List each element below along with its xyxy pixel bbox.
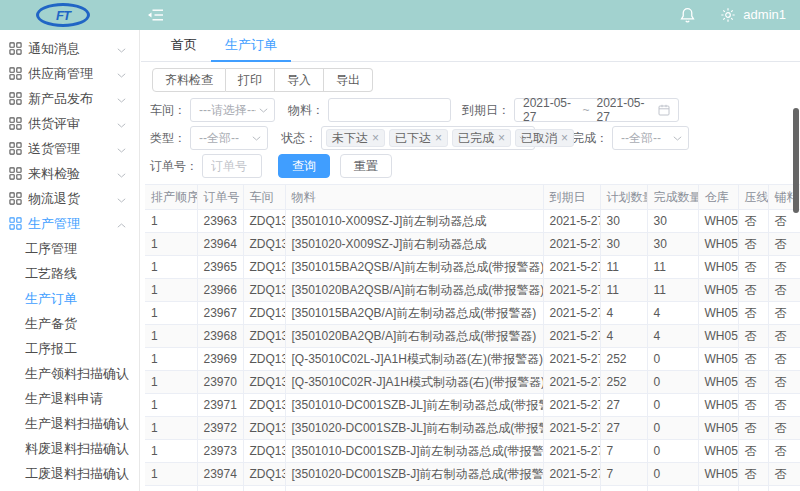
reset-button[interactable]: 重置 bbox=[340, 154, 392, 178]
tab-item[interactable]: 首页 bbox=[157, 30, 211, 61]
sidebar-subitem-label: 生产退料扫描确认 bbox=[25, 416, 129, 431]
table-cell: 2021-5-27 bbox=[543, 256, 600, 279]
sidebar-subitem[interactable]: 生产退料扫描确认 bbox=[0, 411, 139, 436]
production-orders-table: 排产顺序订单号车间物料到期日计划数量完成数量仓库压线铺料 123963ZDQ13… bbox=[145, 184, 800, 491]
table-cell: [Q-35010C02R-J]A1H模式制动器(右)(带报警器) bbox=[285, 371, 543, 394]
sidebar-collapse-icon[interactable] bbox=[147, 8, 164, 25]
sidebar-subitem[interactable]: 工序管理 bbox=[0, 236, 139, 261]
table-cell: WH05 bbox=[698, 302, 738, 325]
sidebar-subitem[interactable]: 生产领料扫描确认 bbox=[0, 361, 139, 386]
material-input[interactable] bbox=[328, 98, 451, 122]
order-no-input[interactable] bbox=[202, 154, 262, 178]
column-header: 车间 bbox=[243, 185, 285, 210]
table-cell: 23963 bbox=[197, 210, 243, 233]
sidebar-subitem[interactable]: 料废退料扫描确认 bbox=[0, 436, 139, 461]
table-cell: WH05 bbox=[698, 417, 738, 440]
table-cell: ZDQ13 bbox=[243, 440, 285, 463]
table-cell: 11 bbox=[647, 279, 698, 302]
table-cell: WH05 bbox=[698, 233, 738, 256]
current-user[interactable]: admin1 bbox=[743, 7, 786, 22]
table-cell: 否 bbox=[768, 325, 800, 348]
tag-remove-icon[interactable]: × bbox=[498, 132, 505, 144]
table-cell: [3501010-DC001SZB-JL]前左制动器总成(带报警器)(老气室) bbox=[285, 394, 543, 417]
tag-remove-icon[interactable]: × bbox=[561, 132, 568, 144]
grid-icon bbox=[9, 42, 22, 55]
table-cell: 0 bbox=[647, 417, 698, 440]
sidebar-subitem[interactable]: 工艺路线 bbox=[0, 261, 139, 286]
column-header: 订单号 bbox=[197, 185, 243, 210]
table-row[interactable]: 123975ZDQ13[3501010-DC001SZQB-J]前左制动器总成(… bbox=[145, 486, 800, 491]
sidebar-item[interactable]: 送货管理 bbox=[0, 136, 139, 161]
table-cell: 2021-5-27 bbox=[543, 233, 600, 256]
import-button[interactable]: 导入 bbox=[275, 68, 324, 92]
search-button[interactable]: 查询 bbox=[278, 154, 330, 178]
table-row[interactable]: 123963ZDQ13[3501010-X009SZ-J]前左制动器总成2021… bbox=[145, 210, 800, 233]
table-row[interactable]: 123964ZDQ13[3501020-X009SZ-J]前右制动器总成2021… bbox=[145, 233, 800, 256]
table-cell: ZDQ13 bbox=[243, 417, 285, 440]
tag-remove-icon[interactable]: × bbox=[372, 132, 379, 144]
export-button[interactable]: 导出 bbox=[324, 68, 373, 92]
table-row[interactable]: 123969ZDQ13[Q-35010C02L-J]A1H模式制动器(左)(带报… bbox=[145, 348, 800, 371]
table-row[interactable]: 123971ZDQ13[3501010-DC001SZB-JL]前左制动器总成(… bbox=[145, 394, 800, 417]
table-row[interactable]: 123965ZDQ13[3501015BA2QSB/A]前左制动器总成(带报警器… bbox=[145, 256, 800, 279]
table-row[interactable]: 123974ZDQ13[3501020-DC001SZB-J]前右制动器总成(带… bbox=[145, 463, 800, 486]
sidebar-subitem[interactable]: 生产订单 bbox=[0, 286, 139, 311]
table-cell: 2021-5-27 bbox=[543, 371, 600, 394]
table-cell: [3501020-DC001SZB-JL]前右制动器总成(带报警器)(老气室) bbox=[285, 417, 543, 440]
table-cell: 否 bbox=[768, 486, 800, 491]
table-cell: 0 bbox=[647, 440, 698, 463]
type-select[interactable]: --全部-- bbox=[190, 126, 268, 150]
sidebar-item[interactable]: 供货评审 bbox=[0, 111, 139, 136]
sidebar-item[interactable]: 新产品发布 bbox=[0, 86, 139, 111]
table-cell: 1 bbox=[145, 302, 197, 325]
notification-bell-icon[interactable] bbox=[680, 7, 695, 26]
print-button[interactable]: 打印 bbox=[226, 68, 275, 92]
sidebar-subitem[interactable]: 生产退料申请 bbox=[0, 386, 139, 411]
filter-row-1: 车间： ---请选择--- 物料： 到期日： 2021-05-27 ~ 2021… bbox=[150, 98, 800, 122]
workshop-select[interactable]: ---请选择--- bbox=[190, 98, 275, 122]
tab-item[interactable]: 生产订单 bbox=[211, 30, 291, 61]
table-cell: 23967 bbox=[197, 302, 243, 325]
table-row[interactable]: 123968ZDQ13[3501020BA2QB/A]前右制动器总成(带报警器)… bbox=[145, 325, 800, 348]
table-cell: 否 bbox=[768, 371, 800, 394]
sidebar-item[interactable]: 通知消息 bbox=[0, 36, 139, 61]
table-cell: ZDQ13 bbox=[243, 486, 285, 491]
sidebar-item[interactable]: 物流退货 bbox=[0, 186, 139, 211]
table-row[interactable]: 123966ZDQ13[3501020BA2QSB/A]前右制动器总成(带报警器… bbox=[145, 279, 800, 302]
type-label: 类型： bbox=[150, 130, 186, 147]
table-cell: 11 bbox=[600, 279, 647, 302]
sidebar-item[interactable]: 来料检验 bbox=[0, 161, 139, 186]
vertical-scrollbar-thumb[interactable] bbox=[793, 108, 799, 213]
table-cell: 10 bbox=[600, 486, 647, 491]
inbound-complete-select[interactable]: --全部-- bbox=[612, 126, 689, 150]
settings-gear-icon[interactable] bbox=[720, 7, 736, 26]
table-cell: 2021-5-27 bbox=[543, 486, 600, 491]
material-check-button[interactable]: 齐料检查 bbox=[152, 68, 226, 92]
chevron-down-icon bbox=[519, 136, 528, 141]
status-multiselect[interactable]: 未下达×已下达×已完成×已取消× bbox=[321, 126, 535, 150]
tag-remove-icon[interactable]: × bbox=[435, 132, 442, 144]
column-header: 物料 bbox=[285, 185, 543, 210]
chevron-down-icon bbox=[117, 141, 126, 156]
grid-icon bbox=[9, 142, 22, 155]
sidebar-subitem[interactable]: 工序报工 bbox=[0, 336, 139, 361]
sidebar-item-label: 物流退货 bbox=[28, 190, 117, 208]
table-row[interactable]: 123972ZDQ13[3501020-DC001SZB-JL]前右制动器总成(… bbox=[145, 417, 800, 440]
table-cell: 2021-5-27 bbox=[543, 440, 600, 463]
sidebar-item[interactable]: 生产管理 bbox=[0, 211, 139, 236]
sidebar-item[interactable]: 供应商管理 bbox=[0, 61, 139, 86]
chevron-down-icon bbox=[117, 41, 126, 56]
table-cell: 11 bbox=[600, 256, 647, 279]
table-row[interactable]: 123967ZDQ13[3501015BA2QB/A]前左制动器总成(带报警器)… bbox=[145, 302, 800, 325]
table-row[interactable]: 123973ZDQ13[3501010-DC001SZB-J]前左制动器总成(带… bbox=[145, 440, 800, 463]
table-row[interactable]: 123970ZDQ13[Q-35010C02R-J]A1H模式制动器(右)(带报… bbox=[145, 371, 800, 394]
sidebar-subitem[interactable]: 工废退料扫描确认 bbox=[0, 461, 139, 486]
sidebar-subitem-label: 生产领料扫描确认 bbox=[25, 366, 129, 381]
due-date-range[interactable]: 2021-05-27 ~ 2021-05-27 bbox=[514, 98, 679, 122]
due-date-from: 2021-05-27 bbox=[523, 96, 575, 124]
table-cell: WH05 bbox=[698, 486, 738, 491]
table-cell: ZDQ13 bbox=[243, 233, 285, 256]
status-tag: 未下达× bbox=[326, 129, 385, 147]
sidebar-subitem[interactable]: 生产备货 bbox=[0, 311, 139, 336]
table-cell: 23974 bbox=[197, 463, 243, 486]
